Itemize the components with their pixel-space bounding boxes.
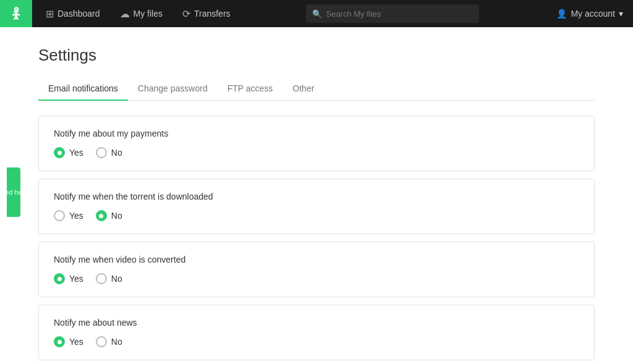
page-content-wrapper: Settings Email notifications Change pass… <box>0 27 633 364</box>
search-area: 🔍 <box>239 4 547 23</box>
setting-torrent-yes[interactable]: Yes <box>54 210 83 221</box>
settings-tabs: Email notifications Change password FTP … <box>38 77 595 101</box>
radio-yes-indicator <box>54 210 65 221</box>
yes-label: Yes <box>69 337 83 347</box>
page-title: Settings <box>38 46 595 65</box>
no-label: No <box>111 148 122 158</box>
setting-video-yes[interactable]: Yes <box>54 273 83 284</box>
nav-my-files-label: My files <box>134 9 163 19</box>
radio-no-indicator <box>96 147 107 158</box>
setting-payments-no[interactable]: No <box>96 147 122 158</box>
setting-video: Notify me when video is converted Yes No <box>38 242 595 297</box>
yes-label: Yes <box>69 211 83 221</box>
search-box: 🔍 <box>306 4 479 23</box>
setting-torrent-no[interactable]: No <box>96 210 122 221</box>
anchor-icon <box>8 6 24 22</box>
main-content: Settings Email notifications Change pass… <box>26 27 607 364</box>
nav-transfers-label: Transfers <box>194 9 231 19</box>
tab-change-password[interactable]: Change password <box>128 77 218 101</box>
radio-no-indicator <box>96 336 107 347</box>
tab-other[interactable]: Other <box>283 77 324 101</box>
tab-ftp-access[interactable]: FTP access <box>218 77 283 101</box>
setting-video-title: Notify me when video is converted <box>54 255 579 265</box>
files-icon: ☁ <box>120 8 130 20</box>
account-label: My account <box>571 9 615 19</box>
search-input[interactable] <box>326 9 473 19</box>
account-menu[interactable]: 👤 My account ▾ <box>546 0 633 27</box>
radio-yes-indicator <box>54 336 65 347</box>
radio-yes-indicator <box>54 147 65 158</box>
need-help-button[interactable]: Need help? <box>7 167 20 217</box>
chevron-down-icon: ▾ <box>619 9 623 19</box>
setting-torrent: Notify me when the torrent is downloaded… <box>38 179 595 234</box>
setting-payments-title: Notify me about my payments <box>54 129 579 138</box>
setting-video-options: Yes No <box>54 273 579 284</box>
setting-news-options: Yes No <box>54 336 579 347</box>
nav-links: ⊞ Dashboard ☁ My files ⟳ Transfers <box>37 0 239 27</box>
need-help-label: Need help? <box>0 188 31 196</box>
nav-my-files[interactable]: ☁ My files <box>111 0 171 27</box>
setting-payments: Notify me about my payments Yes No <box>38 116 595 171</box>
transfers-icon: ⟳ <box>182 8 190 20</box>
account-icon: 👤 <box>556 9 567 19</box>
tab-email-notifications[interactable]: Email notifications <box>38 77 128 101</box>
dashboard-icon: ⊞ <box>46 8 54 20</box>
setting-news-yes[interactable]: Yes <box>54 336 83 347</box>
setting-news: Notify me about news Yes No <box>38 305 595 360</box>
navbar: ⊞ Dashboard ☁ My files ⟳ Transfers 🔍 👤 M… <box>0 0 633 27</box>
logo[interactable] <box>0 0 32 27</box>
yes-label: Yes <box>69 274 83 284</box>
nav-transfers[interactable]: ⟳ Transfers <box>174 0 239 27</box>
search-icon: 🔍 <box>312 9 322 19</box>
setting-video-no[interactable]: No <box>96 273 122 284</box>
setting-payments-options: Yes No <box>54 147 579 158</box>
no-label: No <box>111 337 122 347</box>
radio-no-indicator <box>96 273 107 284</box>
no-label: No <box>111 274 122 284</box>
no-label: No <box>111 211 122 221</box>
setting-news-title: Notify me about news <box>54 318 579 328</box>
radio-no-indicator <box>96 210 107 221</box>
nav-dashboard[interactable]: ⊞ Dashboard <box>37 0 109 27</box>
setting-payments-yes[interactable]: Yes <box>54 147 83 158</box>
setting-news-no[interactable]: No <box>96 336 122 347</box>
yes-label: Yes <box>69 148 83 158</box>
radio-yes-indicator <box>54 273 65 284</box>
nav-dashboard-label: Dashboard <box>57 9 100 19</box>
setting-torrent-title: Notify me when the torrent is downloaded <box>54 192 579 201</box>
setting-torrent-options: Yes No <box>54 210 579 221</box>
